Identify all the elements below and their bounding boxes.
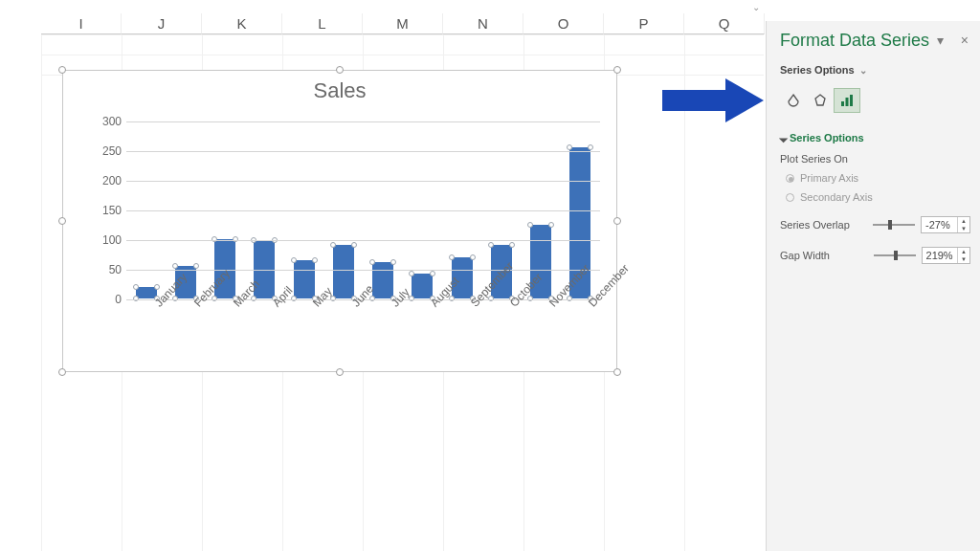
data-point-handle[interactable] <box>133 284 139 290</box>
svg-marker-0 <box>815 95 825 105</box>
x-axis-tick-label: June <box>349 300 359 310</box>
worksheet-area: ⌄ IJKLMNOPQ Sales 050100150200250300 Jan… <box>0 0 764 551</box>
y-axis-tick-label: 300 <box>83 115 122 128</box>
svg-rect-2 <box>846 98 849 106</box>
chart-bar[interactable] <box>372 262 393 298</box>
chart-title[interactable]: Sales <box>63 71 616 103</box>
column-header[interactable]: L <box>282 13 363 34</box>
data-point-handle[interactable] <box>390 259 396 265</box>
embedded-chart[interactable]: Sales 050100150200250300 JanuaryFebruary… <box>62 70 617 372</box>
column-header[interactable]: P <box>604 13 684 34</box>
data-point-handle[interactable] <box>330 242 336 248</box>
annotation-arrow <box>662 78 764 122</box>
column-header[interactable]: K <box>202 13 282 34</box>
data-point-handle[interactable] <box>154 284 160 290</box>
series-overlap-slider[interactable] <box>873 219 915 231</box>
column-headers: IJKLMNOPQ <box>41 13 765 34</box>
x-axis-tick-label: September <box>468 300 478 310</box>
data-point-handle[interactable] <box>193 263 199 269</box>
x-axis-labels[interactable]: JanuaryFebruaryMarchAprilMayJuneJulyAugu… <box>126 297 600 369</box>
data-point-handle[interactable] <box>548 222 554 228</box>
series-options-dropdown[interactable]: Series Options ⌄ <box>780 64 867 76</box>
resize-handle[interactable] <box>613 217 621 225</box>
radio-label: Primary Axis <box>800 172 858 184</box>
x-axis-tick-label: May <box>310 300 320 310</box>
pane-options-icon[interactable]: ▾ <box>937 33 944 48</box>
chart-plot-area[interactable]: 050100150200250300 <box>126 121 600 299</box>
resize-handle[interactable] <box>336 66 344 74</box>
data-point-handle[interactable] <box>509 242 515 248</box>
y-axis-tick-label: 250 <box>83 144 122 158</box>
x-axis-tick-label: December <box>586 300 595 310</box>
data-point-handle[interactable] <box>351 242 357 248</box>
ribbon-expand-icon[interactable]: ⌄ <box>752 2 760 12</box>
resize-handle[interactable] <box>58 66 66 74</box>
series-overlap-label: Series Overlap <box>780 219 853 231</box>
data-point-handle[interactable] <box>409 271 414 276</box>
radio-icon <box>786 174 794 183</box>
data-point-handle[interactable] <box>527 222 533 228</box>
pane-tab-row <box>780 88 970 113</box>
y-axis-tick-label: 200 <box>83 174 122 187</box>
x-axis-tick-label: August <box>428 300 437 310</box>
column-header[interactable]: I <box>41 13 122 34</box>
secondary-axis-radio: Secondary Axis <box>780 191 970 203</box>
data-point-handle[interactable] <box>212 236 217 242</box>
resize-handle[interactable] <box>58 368 66 376</box>
gap-width-value: 219% <box>923 248 958 263</box>
svg-rect-1 <box>841 101 844 106</box>
series-overlap-row: Series Overlap O -27% ▲▼ <box>780 216 970 233</box>
data-point-handle[interactable] <box>488 242 494 248</box>
data-point-handle[interactable] <box>449 254 455 260</box>
effects-icon[interactable] <box>807 88 834 113</box>
radio-icon <box>786 193 794 202</box>
series-overlap-input[interactable]: -27% ▲▼ <box>921 216 970 233</box>
data-point-handle[interactable] <box>369 259 375 265</box>
plot-series-on-label: Plot Series On <box>780 153 970 165</box>
series-overlap-value: -27% <box>922 217 958 232</box>
chart-bar[interactable] <box>294 260 315 298</box>
column-header[interactable]: J <box>122 13 202 34</box>
radio-label: Secondary Axis <box>800 191 873 203</box>
column-header[interactable]: Q <box>684 13 765 34</box>
resize-handle[interactable] <box>58 217 66 225</box>
data-point-handle[interactable] <box>172 263 178 269</box>
chevron-down-icon: ⌄ <box>859 65 867 76</box>
data-point-handle[interactable] <box>233 236 238 242</box>
data-point-handle[interactable] <box>588 144 593 150</box>
gap-width-row: Gap Width W 219% ▲▼ <box>780 247 970 264</box>
chart-bar[interactable] <box>412 274 433 298</box>
section-series-options[interactable]: Series Options <box>780 132 970 143</box>
gap-width-slider[interactable] <box>874 250 916 261</box>
series-options-icon[interactable] <box>834 88 860 113</box>
resize-handle[interactable] <box>613 66 621 74</box>
x-axis-tick-label: October <box>507 300 517 310</box>
close-icon[interactable]: × <box>961 33 969 48</box>
data-point-handle[interactable] <box>312 257 318 263</box>
chart-bar[interactable] <box>333 245 354 298</box>
x-axis-tick-label: April <box>270 300 279 310</box>
primary-axis-radio: Primary Axis <box>780 172 970 184</box>
gap-width-input[interactable]: 219% ▲▼ <box>922 247 970 264</box>
column-header[interactable]: N <box>443 13 523 34</box>
resize-handle[interactable] <box>336 368 344 376</box>
fill-line-icon[interactable] <box>780 88 807 113</box>
resize-handle[interactable] <box>613 368 621 376</box>
x-axis-tick-label: July <box>389 300 398 310</box>
x-axis-tick-label: November <box>546 300 556 310</box>
svg-rect-3 <box>850 95 853 106</box>
column-header[interactable]: O <box>523 13 604 34</box>
x-axis-tick-label: March <box>231 300 240 310</box>
x-axis-tick-label: February <box>191 300 201 310</box>
data-point-handle[interactable] <box>291 257 297 263</box>
column-header[interactable]: M <box>363 13 443 34</box>
data-point-handle[interactable] <box>567 144 572 150</box>
y-axis-tick-label: 100 <box>83 233 122 247</box>
data-point-handle[interactable] <box>470 254 476 260</box>
x-axis-tick-label: January <box>152 300 162 310</box>
gap-width-label: Gap Width <box>780 250 852 261</box>
y-axis-tick-label: 150 <box>83 204 122 217</box>
y-axis-tick-label: 50 <box>83 263 122 276</box>
format-data-series-pane: Format Data Series ▾ × Series Options ⌄ … <box>766 21 980 551</box>
data-point-handle[interactable] <box>430 271 435 276</box>
